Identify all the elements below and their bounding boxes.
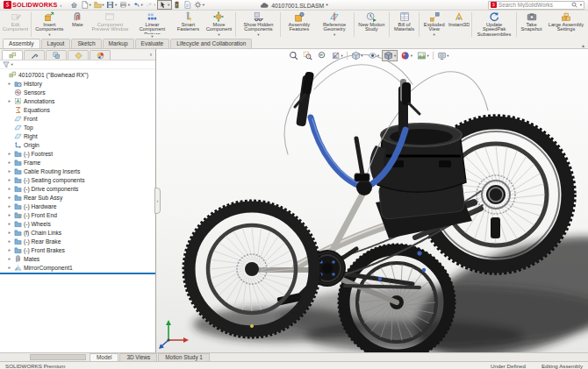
tree-expand-arrow[interactable]: ▸ bbox=[7, 203, 12, 209]
collapse-ribbon-icon[interactable]: ▴ bbox=[582, 42, 584, 48]
tree-item-front-brakes[interactable]: ▸(-) Front Brakes bbox=[0, 245, 155, 254]
assembly-features-button[interactable]: Assembly Features bbox=[282, 11, 316, 39]
doc-tab-motion-study-1[interactable]: Motion Study 1 bbox=[158, 353, 210, 361]
mate-button[interactable]: Mate bbox=[66, 11, 89, 39]
tree-expand-arrow[interactable]: ▸ bbox=[7, 160, 12, 165]
propertymanager-tab[interactable] bbox=[24, 50, 45, 60]
view-orientation-button[interactable]: ▾ bbox=[382, 50, 398, 61]
linear-component-pattern-button[interactable]: Linear Component Pattern▾ bbox=[131, 11, 173, 39]
tree-filter-row[interactable]: ▾ bbox=[0, 60, 155, 69]
tree-expand-arrow[interactable]: ▸ bbox=[7, 195, 12, 200]
panel-splitter-handle[interactable]: ‹ bbox=[154, 188, 161, 214]
tab-splitter[interactable] bbox=[30, 354, 86, 360]
tree-expand-arrow[interactable]: ▸ bbox=[7, 256, 12, 261]
take-snapshot-button[interactable]: Take Snapshot bbox=[518, 11, 545, 39]
select-button[interactable]: ▾ bbox=[157, 0, 172, 10]
tab-sketch[interactable]: Sketch bbox=[71, 39, 101, 48]
tree-expand-arrow[interactable]: ▸ bbox=[7, 247, 12, 252]
tree-item-wheels[interactable]: ▸(-) Wheels bbox=[0, 219, 155, 228]
tree-expand-arrow[interactable]: ▸ bbox=[7, 221, 12, 226]
dimxpertmanager-tab[interactable] bbox=[68, 50, 89, 60]
model-seat[interactable] bbox=[369, 124, 472, 238]
tab-evaluate[interactable]: Evaluate bbox=[135, 39, 170, 48]
tree-item-equations[interactable]: Equations bbox=[0, 105, 155, 114]
tree-item-f-chain-links[interactable]: ▸(f) Chain Links bbox=[0, 228, 155, 237]
tree-item-drive-components[interactable]: ▸(-) Drive components bbox=[0, 184, 155, 193]
home-button[interactable] bbox=[68, 0, 79, 10]
filter-caret-icon[interactable]: ▾ bbox=[11, 62, 13, 67]
model-derailleur[interactable] bbox=[491, 217, 500, 238]
tree-expand-arrow[interactable]: ▸ bbox=[7, 238, 12, 244]
tree-item-front[interactable]: Front bbox=[0, 114, 155, 123]
apply-scene-button[interactable]: ▾ bbox=[415, 50, 431, 61]
tab-layout[interactable]: Layout bbox=[41, 39, 71, 48]
new-document-button[interactable]: ▾ bbox=[79, 0, 92, 10]
bowhead-rx-3d-model[interactable] bbox=[156, 49, 588, 352]
hide-show-items-button[interactable]: ▾ bbox=[366, 50, 382, 61]
tab-assembly[interactable]: Assembly bbox=[3, 39, 40, 48]
new-motion-study-button[interactable]: New Motion Study bbox=[355, 11, 388, 39]
zoom-area-button[interactable] bbox=[301, 50, 314, 61]
tree-item-sensors[interactable]: Sensors bbox=[0, 88, 155, 96]
tree-item-rear-sub-assy[interactable]: ▸Rear Sub Assy bbox=[0, 193, 155, 202]
tree-expand-arrow[interactable]: ▸ bbox=[7, 98, 12, 103]
search-scope-caret-icon[interactable]: ▾ bbox=[580, 3, 582, 7]
menu-expand-arrow-icon[interactable]: › bbox=[61, 3, 62, 8]
update-speedpak-subassemblies-button[interactable]: Update SpeedPak Subassemblies bbox=[473, 11, 515, 39]
zoom-fit-button[interactable] bbox=[287, 50, 300, 61]
tree-item-cable-routing-inserts[interactable]: ▸Cable Routing Inserts bbox=[0, 167, 155, 175]
tree-item-right[interactable]: Right bbox=[0, 131, 155, 140]
display-style-button[interactable]: ▾ bbox=[349, 50, 365, 61]
open-button[interactable]: ▾ bbox=[92, 0, 105, 10]
tree-item-hardware[interactable]: ▸(-) Hardware bbox=[0, 202, 155, 210]
tree-rollback-bar[interactable] bbox=[0, 273, 155, 274]
print-button[interactable]: ▾ bbox=[118, 0, 132, 10]
search-box[interactable]: Search MySolidWorks ▾ bbox=[488, 1, 584, 10]
panel-expand-icon[interactable]: › bbox=[148, 52, 154, 58]
displaymanager-tab[interactable] bbox=[90, 50, 111, 60]
file-properties-button[interactable] bbox=[183, 0, 193, 10]
tree-item-rear-brake[interactable]: ▸(-) Rear Brake bbox=[0, 237, 155, 245]
options-button[interactable]: ▾ bbox=[193, 0, 206, 10]
tree-item-frame[interactable]: ▸Frame bbox=[0, 158, 155, 167]
tree-item-seating-components[interactable]: ▸(-) Seating components bbox=[0, 175, 155, 184]
tree-item-front-end[interactable]: ▸(-) Front End bbox=[0, 210, 155, 219]
tree-expand-arrow[interactable]: ▸ bbox=[7, 177, 12, 182]
doc-tab-model[interactable]: Model bbox=[90, 353, 118, 361]
exploded-view-button[interactable]: Exploded View▾ bbox=[420, 11, 448, 39]
view-settings-button[interactable]: ▾ bbox=[435, 50, 451, 61]
edit-appearance-button[interactable]: ▾ bbox=[398, 50, 414, 61]
tab-markup[interactable]: Markup bbox=[103, 39, 134, 48]
insert-components-button[interactable]: Insert Components▾ bbox=[32, 11, 66, 39]
tree-item-mates[interactable]: ▸Mates bbox=[0, 254, 155, 263]
tree-expand-arrow[interactable]: ▸ bbox=[7, 186, 12, 191]
tree-item-footrest[interactable]: ▸(-) Footrest bbox=[0, 149, 155, 158]
show-hidden-components-button[interactable]: Show Hidden Components▾ bbox=[237, 11, 279, 39]
graphics-viewport[interactable]: ▾▾▾▾▾▾▾ bbox=[156, 49, 588, 352]
configurationmanager-tab[interactable] bbox=[46, 50, 67, 60]
search-input[interactable]: Search MySolidWorks bbox=[498, 2, 570, 8]
previous-view-button[interactable] bbox=[315, 50, 328, 61]
reference-geometry-button[interactable]: Reference Geometry▾ bbox=[316, 11, 353, 39]
doc-tab-3d-views[interactable]: 3D Views bbox=[119, 353, 157, 361]
tree-expand-arrow[interactable]: ▸ bbox=[7, 151, 12, 156]
tree-expand-arrow[interactable]: ▸ bbox=[7, 212, 12, 217]
rebuild-button[interactable] bbox=[172, 0, 183, 10]
search-icon[interactable] bbox=[571, 2, 577, 8]
undo-button[interactable]: ▾ bbox=[131, 0, 144, 10]
tree-item-origin[interactable]: Origin bbox=[0, 140, 155, 149]
tree-expand-arrow[interactable]: ▸ bbox=[7, 265, 12, 270]
large-assembly-settings-button[interactable]: Large Assembly Settings bbox=[545, 11, 587, 39]
tree-root-item[interactable]: 40107001 ("Bowhead RX") bbox=[0, 70, 155, 79]
redo-button[interactable]: ▾ bbox=[144, 0, 157, 10]
move-component-button[interactable]: Move Component▾ bbox=[203, 11, 234, 39]
instant3d-button[interactable]: Instant3D bbox=[448, 11, 470, 39]
tab-lifecycle-and-collaboration[interactable]: Lifecycle and Collaboration bbox=[170, 39, 252, 48]
bill-of-materials-button[interactable]: Bill of Materials bbox=[391, 11, 419, 39]
tree-item-mirrorcomponent1[interactable]: ▸MirrorComponent1 bbox=[0, 263, 155, 272]
tree-item-top[interactable]: Top bbox=[0, 123, 155, 131]
featuremanager-tab[interactable] bbox=[2, 50, 23, 60]
model-bike-computer[interactable] bbox=[355, 174, 369, 181]
section-view-button[interactable]: ▾ bbox=[329, 50, 345, 61]
tree-item-history[interactable]: ▸History bbox=[0, 79, 155, 88]
